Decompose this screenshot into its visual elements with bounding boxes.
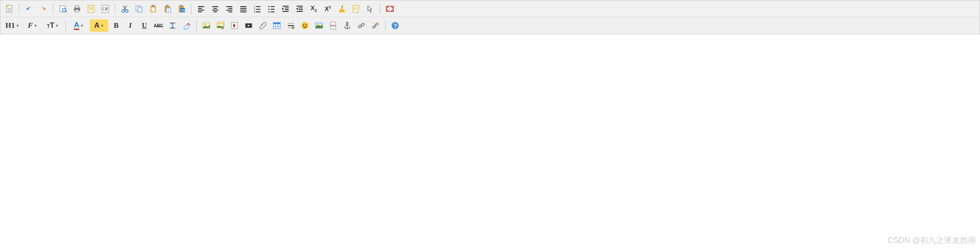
unordered-list-button[interactable] — [265, 3, 278, 15]
svg-rect-92 — [251, 23, 252, 28]
subscript-button[interactable]: X2 — [308, 3, 320, 15]
anchor-button[interactable] — [341, 19, 353, 32]
source-icon — [5, 4, 14, 13]
svg-point-86 — [218, 24, 220, 26]
fore-color-button[interactable]: A▼ — [70, 19, 88, 32]
lineheight-icon — [168, 21, 177, 30]
ordered-list-button[interactable]: 123 — [251, 3, 264, 15]
watermark-text: CSDN @初九之潜龙勿用 — [888, 235, 976, 237]
font-size-dropdown[interactable]: TT▼ — [44, 19, 62, 32]
fullscreen-icon — [385, 4, 394, 13]
toolbar-row-1: C# T W 123 — [0, 0, 980, 17]
about-button[interactable]: ? — [389, 19, 401, 32]
redo-button[interactable] — [37, 3, 49, 15]
media-button[interactable] — [242, 19, 255, 32]
svg-rect-94 — [273, 22, 280, 24]
eraser-button[interactable] — [180, 19, 193, 32]
svg-line-119 — [378, 28, 378, 29]
paperclip-icon — [258, 21, 267, 30]
fullscreen-button[interactable] — [384, 3, 396, 15]
broom-icon — [338, 4, 346, 13]
indent-icon — [281, 4, 290, 13]
align-right-icon — [225, 4, 234, 13]
heading-dropdown[interactable]: H1▼ — [3, 19, 22, 32]
chevron-down-icon: ▼ — [55, 24, 59, 28]
eraser-icon — [182, 21, 191, 30]
back-color-button[interactable]: A▼ — [90, 19, 108, 32]
hr-button[interactable]: + — [285, 19, 297, 32]
template-button[interactable] — [85, 3, 97, 15]
print-button[interactable] — [71, 3, 83, 15]
print-icon — [73, 4, 81, 13]
italic-icon: I — [129, 21, 132, 30]
indent-button[interactable] — [279, 3, 292, 15]
strikethrough-button[interactable]: ABC — [152, 19, 165, 32]
help-icon: ? — [391, 21, 400, 30]
svg-text:+: + — [292, 26, 294, 30]
flash-button[interactable] — [228, 19, 241, 32]
align-center-icon — [211, 4, 220, 13]
map-button[interactable] — [313, 19, 325, 32]
align-left-button[interactable] — [195, 3, 207, 15]
remove-format-button[interactable] — [336, 3, 348, 15]
separator — [19, 4, 19, 14]
separator — [385, 20, 385, 31]
paste-text-button[interactable]: T — [161, 3, 173, 15]
editor-content-area[interactable] — [0, 34, 980, 237]
ordered-list-icon: 123 — [253, 4, 262, 13]
align-right-button[interactable] — [223, 3, 235, 15]
svg-text:+: + — [208, 26, 210, 30]
svg-point-103 — [301, 22, 308, 29]
code-csharp-button[interactable]: C# — [99, 3, 111, 15]
separator — [53, 4, 53, 14]
bold-button[interactable]: B — [110, 19, 122, 32]
svg-point-111 — [346, 22, 348, 24]
svg-rect-69 — [341, 5, 344, 9]
svg-point-117 — [375, 23, 378, 26]
unordered-list-icon — [267, 4, 276, 13]
svg-text:C#: C# — [103, 7, 108, 11]
preview-button[interactable] — [57, 3, 69, 15]
emoji-button[interactable] — [299, 19, 311, 32]
svg-point-114 — [358, 25, 362, 28]
separator — [66, 20, 66, 31]
attachment-button[interactable] — [257, 19, 269, 32]
multi-image-button[interactable]: + — [214, 19, 227, 32]
underline-button[interactable]: U — [138, 19, 150, 32]
line-height-button[interactable] — [166, 19, 179, 32]
link-button[interactable] — [355, 19, 367, 32]
paste-button[interactable] — [147, 3, 159, 15]
superscript-button[interactable]: X2 — [322, 3, 334, 15]
svg-rect-10 — [88, 5, 94, 12]
align-center-button[interactable] — [209, 3, 221, 15]
select-all-button[interactable] — [364, 3, 376, 15]
cut-button[interactable] — [119, 3, 131, 15]
svg-line-118 — [372, 22, 373, 23]
quickformat-button[interactable] — [350, 3, 362, 15]
source-button[interactable] — [3, 3, 15, 15]
font-family-dropdown[interactable]: F▼ — [23, 19, 42, 32]
image-icon: + — [202, 21, 211, 30]
template-icon — [87, 4, 95, 13]
copy-icon — [135, 4, 143, 13]
separator — [380, 4, 380, 14]
underline-icon: U — [142, 22, 147, 30]
undo-button[interactable] — [23, 3, 35, 15]
csharp-icon: C# — [101, 4, 110, 13]
svg-point-16 — [122, 10, 125, 12]
outdent-button[interactable] — [294, 3, 306, 15]
pagebreak-button[interactable] — [327, 19, 339, 32]
strike-icon: ABC — [154, 23, 163, 28]
copy-button[interactable] — [133, 3, 145, 15]
bold-icon: B — [114, 21, 118, 30]
align-justify-button[interactable] — [237, 3, 250, 15]
unlink-button[interactable] — [369, 19, 382, 32]
italic-button[interactable]: I — [124, 19, 136, 32]
link-icon — [357, 21, 366, 30]
image-button[interactable]: + — [200, 19, 213, 32]
svg-point-116 — [372, 26, 376, 29]
table-button[interactable] — [271, 19, 283, 32]
svg-line-6 — [66, 11, 66, 12]
paste-word-icon: W — [177, 4, 186, 13]
paste-word-button[interactable]: W — [175, 3, 187, 15]
